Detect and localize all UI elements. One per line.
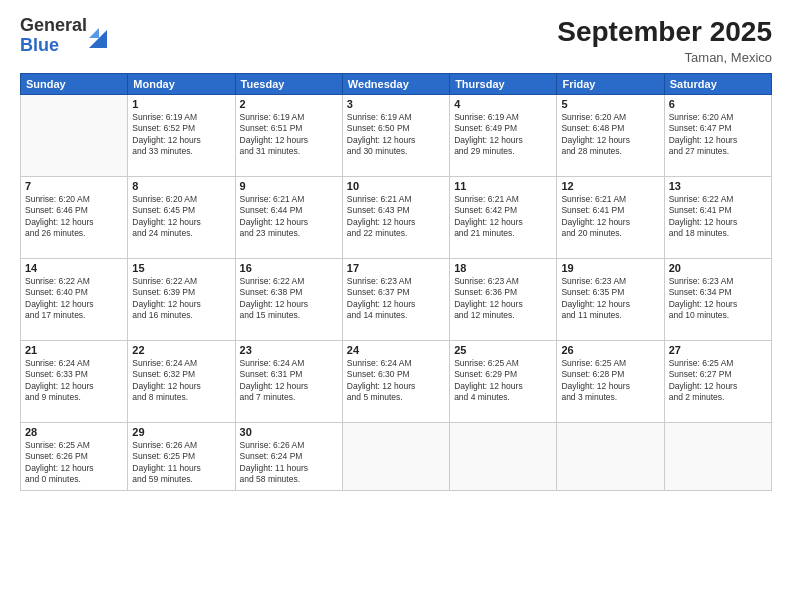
- table-row: 1Sunrise: 6:19 AMSunset: 6:52 PMDaylight…: [128, 95, 235, 177]
- day-info: Sunrise: 6:24 AMSunset: 6:32 PMDaylight:…: [132, 358, 230, 404]
- day-info: Sunrise: 6:21 AMSunset: 6:42 PMDaylight:…: [454, 194, 552, 240]
- table-row: 24Sunrise: 6:24 AMSunset: 6:30 PMDayligh…: [342, 341, 449, 423]
- day-number: 23: [240, 344, 338, 356]
- table-row: 18Sunrise: 6:23 AMSunset: 6:36 PMDayligh…: [450, 259, 557, 341]
- table-row: [21, 95, 128, 177]
- day-number: 16: [240, 262, 338, 274]
- svg-marker-1: [89, 28, 99, 38]
- day-number: 18: [454, 262, 552, 274]
- day-number: 6: [669, 98, 767, 110]
- table-row: 22Sunrise: 6:24 AMSunset: 6:32 PMDayligh…: [128, 341, 235, 423]
- day-info: Sunrise: 6:21 AMSunset: 6:44 PMDaylight:…: [240, 194, 338, 240]
- day-number: 25: [454, 344, 552, 356]
- day-info: Sunrise: 6:23 AMSunset: 6:34 PMDaylight:…: [669, 276, 767, 322]
- table-row: 28Sunrise: 6:25 AMSunset: 6:26 PMDayligh…: [21, 423, 128, 491]
- logo-general: General: [20, 16, 87, 36]
- day-info: Sunrise: 6:19 AMSunset: 6:49 PMDaylight:…: [454, 112, 552, 158]
- day-number: 8: [132, 180, 230, 192]
- day-info: Sunrise: 6:20 AMSunset: 6:46 PMDaylight:…: [25, 194, 123, 240]
- col-thursday: Thursday: [450, 74, 557, 95]
- day-info: Sunrise: 6:25 AMSunset: 6:26 PMDaylight:…: [25, 440, 123, 486]
- table-row: 8Sunrise: 6:20 AMSunset: 6:45 PMDaylight…: [128, 177, 235, 259]
- day-info: Sunrise: 6:19 AMSunset: 6:50 PMDaylight:…: [347, 112, 445, 158]
- day-number: 24: [347, 344, 445, 356]
- day-info: Sunrise: 6:20 AMSunset: 6:45 PMDaylight:…: [132, 194, 230, 240]
- day-info: Sunrise: 6:24 AMSunset: 6:31 PMDaylight:…: [240, 358, 338, 404]
- table-row: 25Sunrise: 6:25 AMSunset: 6:29 PMDayligh…: [450, 341, 557, 423]
- day-number: 29: [132, 426, 230, 438]
- day-info: Sunrise: 6:24 AMSunset: 6:33 PMDaylight:…: [25, 358, 123, 404]
- logo-blue: Blue: [20, 36, 87, 56]
- logo: General Blue: [20, 16, 107, 56]
- day-info: Sunrise: 6:25 AMSunset: 6:27 PMDaylight:…: [669, 358, 767, 404]
- table-row: 26Sunrise: 6:25 AMSunset: 6:28 PMDayligh…: [557, 341, 664, 423]
- day-number: 22: [132, 344, 230, 356]
- table-row: 6Sunrise: 6:20 AMSunset: 6:47 PMDaylight…: [664, 95, 771, 177]
- table-row: 19Sunrise: 6:23 AMSunset: 6:35 PMDayligh…: [557, 259, 664, 341]
- col-tuesday: Tuesday: [235, 74, 342, 95]
- table-row: 12Sunrise: 6:21 AMSunset: 6:41 PMDayligh…: [557, 177, 664, 259]
- table-row: 2Sunrise: 6:19 AMSunset: 6:51 PMDaylight…: [235, 95, 342, 177]
- day-number: 27: [669, 344, 767, 356]
- day-number: 13: [669, 180, 767, 192]
- table-row: 3Sunrise: 6:19 AMSunset: 6:50 PMDaylight…: [342, 95, 449, 177]
- day-number: 11: [454, 180, 552, 192]
- table-row: 10Sunrise: 6:21 AMSunset: 6:43 PMDayligh…: [342, 177, 449, 259]
- calendar-header-row: Sunday Monday Tuesday Wednesday Thursday…: [21, 74, 772, 95]
- table-row: 23Sunrise: 6:24 AMSunset: 6:31 PMDayligh…: [235, 341, 342, 423]
- location: Taman, Mexico: [557, 50, 772, 65]
- day-info: Sunrise: 6:22 AMSunset: 6:40 PMDaylight:…: [25, 276, 123, 322]
- day-info: Sunrise: 6:25 AMSunset: 6:28 PMDaylight:…: [561, 358, 659, 404]
- day-info: Sunrise: 6:26 AMSunset: 6:24 PMDaylight:…: [240, 440, 338, 486]
- day-number: 5: [561, 98, 659, 110]
- day-info: Sunrise: 6:23 AMSunset: 6:37 PMDaylight:…: [347, 276, 445, 322]
- day-number: 14: [25, 262, 123, 274]
- day-number: 9: [240, 180, 338, 192]
- table-row: 11Sunrise: 6:21 AMSunset: 6:42 PMDayligh…: [450, 177, 557, 259]
- day-info: Sunrise: 6:22 AMSunset: 6:41 PMDaylight:…: [669, 194, 767, 240]
- table-row: 16Sunrise: 6:22 AMSunset: 6:38 PMDayligh…: [235, 259, 342, 341]
- day-info: Sunrise: 6:22 AMSunset: 6:39 PMDaylight:…: [132, 276, 230, 322]
- day-number: 15: [132, 262, 230, 274]
- table-row: [664, 423, 771, 491]
- table-row: 27Sunrise: 6:25 AMSunset: 6:27 PMDayligh…: [664, 341, 771, 423]
- day-info: Sunrise: 6:20 AMSunset: 6:47 PMDaylight:…: [669, 112, 767, 158]
- day-number: 2: [240, 98, 338, 110]
- col-saturday: Saturday: [664, 74, 771, 95]
- day-number: 26: [561, 344, 659, 356]
- table-row: 15Sunrise: 6:22 AMSunset: 6:39 PMDayligh…: [128, 259, 235, 341]
- day-info: Sunrise: 6:22 AMSunset: 6:38 PMDaylight:…: [240, 276, 338, 322]
- day-info: Sunrise: 6:25 AMSunset: 6:29 PMDaylight:…: [454, 358, 552, 404]
- day-info: Sunrise: 6:21 AMSunset: 6:43 PMDaylight:…: [347, 194, 445, 240]
- table-row: 30Sunrise: 6:26 AMSunset: 6:24 PMDayligh…: [235, 423, 342, 491]
- day-number: 4: [454, 98, 552, 110]
- table-row: 9Sunrise: 6:21 AMSunset: 6:44 PMDaylight…: [235, 177, 342, 259]
- col-wednesday: Wednesday: [342, 74, 449, 95]
- day-info: Sunrise: 6:19 AMSunset: 6:51 PMDaylight:…: [240, 112, 338, 158]
- calendar: Sunday Monday Tuesday Wednesday Thursday…: [20, 73, 772, 491]
- day-number: 30: [240, 426, 338, 438]
- page: General Blue September 2025 Taman, Mexic…: [0, 0, 792, 612]
- day-info: Sunrise: 6:21 AMSunset: 6:41 PMDaylight:…: [561, 194, 659, 240]
- day-number: 17: [347, 262, 445, 274]
- day-number: 7: [25, 180, 123, 192]
- day-info: Sunrise: 6:23 AMSunset: 6:35 PMDaylight:…: [561, 276, 659, 322]
- table-row: 20Sunrise: 6:23 AMSunset: 6:34 PMDayligh…: [664, 259, 771, 341]
- col-monday: Monday: [128, 74, 235, 95]
- day-info: Sunrise: 6:24 AMSunset: 6:30 PMDaylight:…: [347, 358, 445, 404]
- table-row: [342, 423, 449, 491]
- day-number: 28: [25, 426, 123, 438]
- table-row: 14Sunrise: 6:22 AMSunset: 6:40 PMDayligh…: [21, 259, 128, 341]
- logo-icon: [89, 20, 107, 48]
- table-row: 21Sunrise: 6:24 AMSunset: 6:33 PMDayligh…: [21, 341, 128, 423]
- day-info: Sunrise: 6:26 AMSunset: 6:25 PMDaylight:…: [132, 440, 230, 486]
- table-row: 17Sunrise: 6:23 AMSunset: 6:37 PMDayligh…: [342, 259, 449, 341]
- col-friday: Friday: [557, 74, 664, 95]
- logo-text: General Blue: [20, 16, 87, 56]
- day-number: 12: [561, 180, 659, 192]
- day-number: 21: [25, 344, 123, 356]
- col-sunday: Sunday: [21, 74, 128, 95]
- header: General Blue September 2025 Taman, Mexic…: [20, 16, 772, 65]
- table-row: 4Sunrise: 6:19 AMSunset: 6:49 PMDaylight…: [450, 95, 557, 177]
- day-number: 20: [669, 262, 767, 274]
